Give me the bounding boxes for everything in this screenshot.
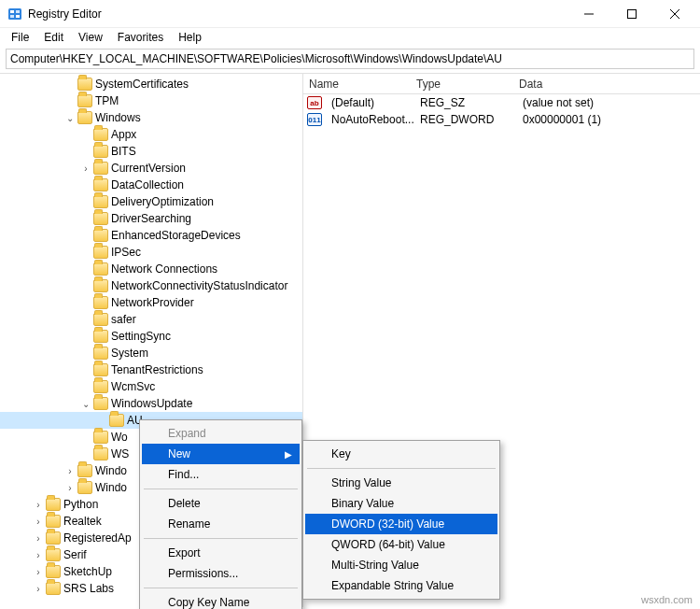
expand-icon[interactable]: › (32, 533, 45, 544)
menu-item[interactable]: Binary Value (305, 493, 497, 514)
menu-file[interactable]: File (4, 29, 36, 46)
tree-node[interactable]: ⌄WindowsUpdate (0, 395, 302, 412)
menu-item[interactable]: Copy Key Name (142, 592, 300, 609)
tree-node-label: Windo (95, 481, 127, 494)
folder-icon (93, 229, 108, 242)
menu-item-label: Export (168, 546, 201, 559)
folder-icon (77, 111, 92, 124)
menu-item-label: Multi-String Value (331, 559, 419, 572)
col-header-name[interactable]: Name (303, 78, 411, 91)
menu-separator (144, 588, 298, 588)
menu-favorites[interactable]: Favorites (110, 29, 171, 46)
menu-item[interactable]: QWORD (64-bit) Value (305, 534, 497, 555)
minimize-button[interactable] (567, 0, 610, 28)
close-button[interactable] (653, 0, 696, 28)
tree-node[interactable]: DeliveryOptimization (0, 193, 302, 210)
folder-icon (93, 195, 108, 208)
tree-node-label: Windows (95, 111, 141, 124)
tree-node[interactable]: Appx (0, 126, 302, 143)
menu-item[interactable]: Permissions... (142, 563, 300, 584)
menu-item[interactable]: Key (305, 444, 497, 464)
tree-node-label: Python (63, 498, 98, 511)
menu-item[interactable]: New▶ (142, 444, 300, 464)
tree-node[interactable]: IPSec (0, 244, 302, 261)
folder-icon (93, 313, 108, 326)
expand-icon[interactable]: › (32, 567, 45, 577)
folder-icon (77, 464, 92, 477)
tree-node[interactable]: DriverSearching (0, 210, 302, 227)
tree-node[interactable]: SystemCertificates (0, 76, 302, 92)
menu-item[interactable]: Export (142, 543, 300, 563)
menu-item[interactable]: String Value (305, 473, 497, 493)
tree-node-label: NetworkConnectivityStatusIndicator (111, 279, 287, 292)
menu-separator (144, 538, 298, 539)
folder-icon (77, 481, 92, 494)
folder-icon (93, 296, 108, 309)
folder-icon (93, 162, 108, 175)
expand-icon[interactable]: › (63, 466, 77, 476)
folder-icon (93, 397, 108, 410)
dword-value-icon: 011 (307, 113, 322, 126)
tree-node-label: WindowsUpdate (111, 397, 192, 410)
tree-node[interactable]: System (0, 345, 302, 361)
col-header-type[interactable]: Type (411, 78, 513, 91)
expand-icon[interactable]: › (32, 500, 45, 510)
tree-node[interactable]: SettingSync (0, 328, 302, 345)
tree-node[interactable]: ›CurrentVersion (0, 160, 302, 177)
folder-icon (93, 431, 108, 444)
tree-node-label: System (111, 347, 148, 360)
collapse-icon[interactable]: ⌄ (63, 113, 77, 123)
cell-name: (Default) (326, 96, 414, 109)
tree-node[interactable]: BITS (0, 143, 302, 160)
menu-view[interactable]: View (71, 29, 110, 46)
expand-icon[interactable]: › (79, 163, 92, 174)
tree-node[interactable]: Network Connections (0, 261, 302, 277)
menu-item-label: QWORD (64-bit) Value (331, 538, 445, 551)
cell-type: REG_SZ (414, 96, 517, 109)
tree-node[interactable]: ⌄Windows (0, 109, 302, 126)
expand-icon[interactable]: › (32, 550, 45, 560)
col-header-data[interactable]: Data (513, 78, 700, 91)
tree-node-label: Wo (111, 431, 128, 444)
menu-item[interactable]: Multi-String Value (305, 555, 497, 575)
expand-icon[interactable]: › (32, 517, 45, 527)
tree-node[interactable]: NetworkProvider (0, 294, 302, 311)
address-bar[interactable]: Computer\HKEY_LOCAL_MACHINE\SOFTWARE\Pol… (6, 49, 694, 69)
svg-rect-1 (10, 10, 14, 13)
folder-icon (46, 565, 61, 578)
tree-node[interactable]: NetworkConnectivityStatusIndicator (0, 277, 302, 294)
string-value-icon: ab (307, 96, 322, 109)
expand-icon[interactable]: › (32, 584, 45, 594)
menu-item[interactable]: Delete (142, 493, 300, 514)
tree-node[interactable]: safer (0, 311, 302, 328)
folder-icon (46, 531, 61, 545)
tree-node-label: SRS Labs (63, 582, 114, 595)
tree-node[interactable]: TenantRestrictions (0, 361, 302, 378)
menu-item-label: Find... (168, 468, 199, 481)
tree-node[interactable]: EnhancedStorageDevices (0, 227, 302, 244)
folder-icon (77, 94, 92, 107)
menu-item[interactable]: DWORD (32-bit) Value (305, 514, 497, 534)
menu-edit[interactable]: Edit (36, 29, 71, 46)
menu-item[interactable]: Expandable String Value (305, 575, 497, 596)
list-row[interactable]: 011NoAutoReboot...REG_DWORD0x00000001 (1… (303, 111, 700, 128)
menu-item[interactable]: Find... (142, 464, 300, 485)
expand-icon[interactable]: › (63, 483, 77, 493)
context-menu[interactable]: ExpandNew▶Find...DeleteRenameExportPermi… (139, 419, 302, 609)
menu-item[interactable]: Rename (142, 514, 300, 534)
tree-node-label: IPSec (111, 246, 141, 259)
tree-node[interactable]: DataCollection (0, 177, 302, 193)
folder-icon (93, 145, 108, 158)
menu-separator (144, 489, 298, 489)
maximize-button[interactable] (610, 0, 653, 28)
folder-icon (93, 279, 108, 292)
menu-help[interactable]: Help (171, 29, 209, 46)
svg-rect-6 (628, 9, 637, 18)
cell-data: 0x00000001 (1) (517, 113, 700, 126)
collapse-icon[interactable]: ⌄ (79, 399, 92, 409)
tree-node[interactable]: WcmSvc (0, 378, 302, 395)
context-submenu-new[interactable]: KeyString ValueBinary ValueDWORD (32-bit… (302, 440, 500, 600)
tree-node[interactable]: TPM (0, 92, 302, 109)
menu-item-label: Expandable String Value (331, 579, 454, 592)
list-row[interactable]: ab(Default)REG_SZ(value not set) (303, 94, 700, 111)
